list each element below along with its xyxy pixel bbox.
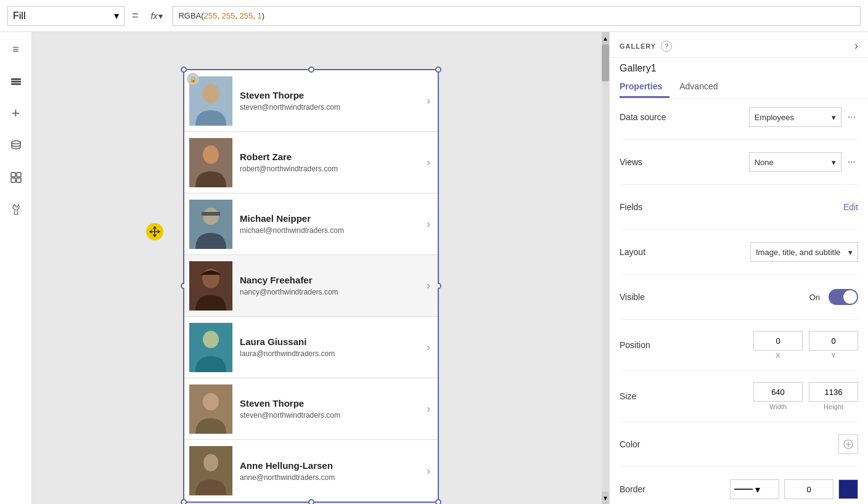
data-source-row: Data source Employees ▾ ··· — [620, 106, 858, 128]
gallery-row[interactable]: Michael Neipper michael@northwindtraders… — [184, 193, 438, 255]
layout-chevron-icon: ▾ — [848, 248, 853, 257]
formula-bar[interactable]: RGBA(255, 255, 255, 1) — [173, 6, 861, 26]
employee-email: anne@northwindtraders.com — [240, 473, 419, 482]
avatar — [189, 200, 232, 249]
border-line-icon — [734, 489, 753, 490]
panel-nav-arrow[interactable]: › — [854, 39, 858, 52]
views-options[interactable]: ··· — [845, 156, 858, 168]
tab-advanced[interactable]: Advanced — [679, 76, 725, 98]
width-label: Width — [769, 403, 787, 410]
visible-toggle[interactable] — [829, 289, 858, 305]
visible-label: Visible — [620, 292, 681, 302]
border-controls: ▾ 0 — [730, 479, 858, 499]
layout-value: Image, title, and subtitle — [756, 248, 848, 257]
color-swatch[interactable] — [838, 434, 858, 454]
employee-email: michael@northwindtraders.com — [240, 226, 419, 235]
panel-body: Data source Employees ▾ ··· Views None ▾ — [610, 99, 868, 504]
views-row: Views None ▾ ··· — [620, 151, 858, 173]
fx-chevron-icon: ▾ — [158, 11, 163, 21]
color-row: Color — [620, 433, 858, 455]
border-style-dropdown[interactable]: ▾ — [730, 479, 779, 499]
position-y-col: 0 Y — [809, 331, 858, 359]
svg-point-9 — [202, 84, 219, 104]
fields-label: Fields — [620, 202, 681, 212]
border-label: Border — [620, 484, 681, 494]
canvas-scrollbar[interactable]: ▲ ▼ — [602, 32, 609, 504]
employee-name: Steven Thorpe — [240, 90, 419, 100]
components-icon[interactable] — [6, 168, 26, 187]
svg-rect-1 — [11, 81, 21, 83]
views-chevron-icon: ▾ — [832, 158, 836, 167]
employee-email: nancy@northwindtraders.com — [240, 288, 419, 296]
size-height-input[interactable]: 1136 — [809, 382, 858, 402]
position-x-col: 0 X — [753, 331, 803, 359]
position-y-input[interactable]: 0 — [809, 331, 858, 351]
row-text: Steven Thorpe steven@northwindtraders.co… — [240, 90, 419, 112]
avatar — [189, 138, 232, 187]
row-chevron-icon: › — [427, 94, 430, 107]
tab-properties[interactable]: Properties — [620, 76, 669, 98]
toggle-knob — [843, 290, 857, 304]
gallery-row[interactable]: Steven Thorpe steven@northwindtraders.co… — [184, 378, 438, 440]
fill-dropdown[interactable]: Fill ▾ — [7, 6, 125, 26]
views-dropdown[interactable]: None ▾ — [749, 152, 841, 172]
visible-control: On — [809, 289, 858, 305]
layers-icon[interactable] — [6, 71, 26, 91]
data-source-value: Employees — [755, 113, 794, 122]
color-picker-icon — [843, 439, 854, 450]
scroll-down-arrow[interactable]: ▼ — [602, 492, 609, 504]
data-source-label: Data source — [620, 112, 681, 122]
row-text: Robert Zare robert@northwindtraders.com — [240, 152, 419, 173]
border-style-chevron-icon: ▾ — [755, 484, 760, 495]
position-x-input[interactable]: 0 — [753, 331, 803, 351]
border-width-input[interactable]: 0 — [784, 479, 833, 499]
fx-area: fx ▾ — [146, 9, 168, 23]
border-color-swatch[interactable] — [838, 479, 858, 499]
fill-chevron-icon: ▾ — [114, 10, 119, 22]
svg-rect-6 — [11, 178, 15, 182]
scrollbar-thumb[interactable] — [602, 44, 609, 81]
x-label: X — [776, 352, 780, 359]
row-text: Steven Thorpe steven@northwindtraders.co… — [240, 398, 419, 420]
equals-sign: = — [132, 9, 139, 22]
height-label: Height — [824, 403, 843, 410]
position-label: Position — [620, 340, 681, 350]
layout-dropdown[interactable]: Image, title, and subtitle ▾ — [750, 242, 858, 262]
position-inputs: 0 X 0 Y — [753, 331, 858, 359]
size-inputs: 640 Width 1136 Height — [753, 382, 858, 410]
employee-email: laura@northwindtraders.com — [240, 349, 419, 358]
svg-point-20 — [203, 393, 219, 410]
help-button[interactable]: ? — [661, 41, 672, 52]
data-source-value-area: Employees ▾ ··· — [749, 107, 858, 127]
tools-icon[interactable] — [6, 200, 26, 219]
gallery-row[interactable]: Laura Giussani laura@northwindtraders.co… — [184, 317, 438, 378]
employee-name: Nancy Freehafer — [240, 275, 419, 285]
avatar: 🔒 — [189, 76, 232, 126]
gallery-row[interactable]: 🔒 Steven Thorpe steven@northwindtraders.… — [184, 70, 438, 132]
gallery-row[interactable]: Nancy Freehafer nancy@northwindtraders.c… — [184, 255, 438, 317]
employee-name: Robert Zare — [240, 152, 419, 162]
fields-edit-link[interactable]: Edit — [843, 202, 858, 212]
gallery-row[interactable]: Anne Hellung-Larsen anne@northwindtrader… — [184, 440, 438, 502]
avatar — [189, 261, 232, 311]
add-icon[interactable]: + — [6, 104, 26, 123]
svg-rect-2 — [11, 83, 21, 85]
panel-tabs: Properties Advanced — [610, 76, 868, 99]
move-cursor-icon — [146, 223, 163, 240]
row-text: Laura Giussani laura@northwindtraders.co… — [240, 336, 419, 358]
svg-point-22 — [203, 454, 218, 471]
views-label: Views — [620, 157, 681, 167]
data-source-dropdown[interactable]: Employees ▾ — [749, 107, 841, 127]
scroll-up-arrow[interactable]: ▲ — [602, 32, 609, 44]
avatar — [189, 323, 232, 372]
gallery-row[interactable]: Robert Zare robert@northwindtraders.com … — [184, 132, 438, 193]
layout-label: Layout — [620, 247, 681, 257]
database-icon[interactable] — [6, 136, 26, 155]
hamburger-icon[interactable]: ≡ — [6, 39, 26, 59]
svg-point-3 — [12, 141, 20, 144]
data-source-options[interactable]: ··· — [845, 112, 858, 123]
panel-title-row: GALLERY ? — [620, 41, 672, 52]
size-width-input[interactable]: 640 — [753, 382, 803, 402]
y-label: Y — [831, 352, 835, 359]
fx-button[interactable]: fx ▾ — [146, 9, 168, 23]
